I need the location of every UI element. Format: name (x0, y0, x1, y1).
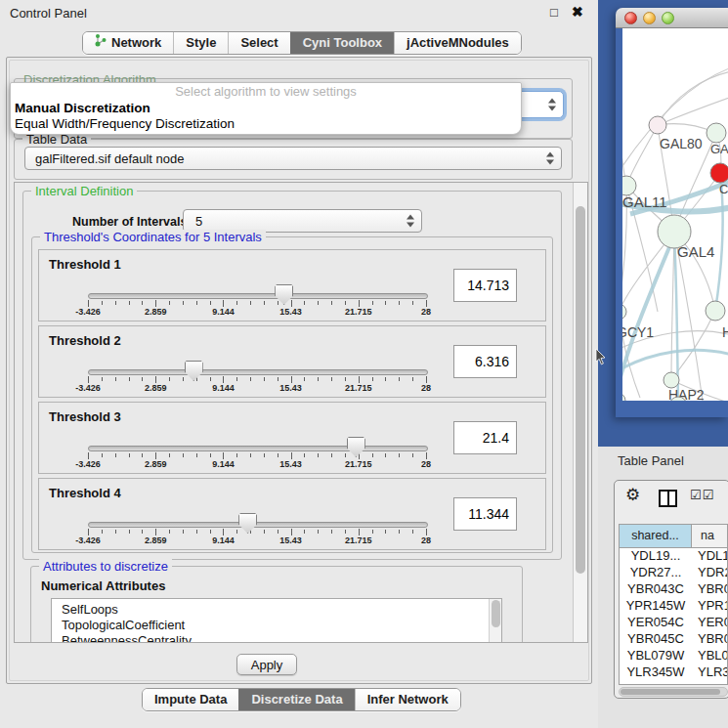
tick-mark (102, 301, 103, 305)
tab-infer-network[interactable]: Infer Network (355, 689, 460, 710)
numerical-attributes-label: Numerical Attributes (41, 578, 165, 593)
tab-label: Cyni Toolbox (303, 32, 382, 54)
table-row[interactable]: YPR145WYPR1 (620, 598, 727, 615)
tick-mark (196, 301, 197, 305)
tick-mark (142, 301, 143, 305)
network-graph[interactable]: GAL80GACGAL11GAL4GCY1HHAP2 (622, 28, 728, 401)
attribute-list-item[interactable]: SelfLoops (52, 602, 501, 618)
tick-mark (129, 377, 130, 381)
tick-mark (169, 301, 170, 305)
table-row[interactable]: YBL079WYBL0 (620, 648, 727, 664)
close-traffic-light-icon[interactable] (624, 12, 637, 24)
gear-icon[interactable]: ⚙ (625, 485, 640, 505)
table-row[interactable]: YDL19...YDL1 (620, 548, 727, 565)
slider-thumb[interactable] (185, 361, 203, 381)
apply-button[interactable]: Apply (236, 654, 297, 675)
attribute-list-item[interactable]: TopologicalCoefficient (52, 618, 501, 633)
scale-number: 9.144 (212, 535, 235, 545)
tick-mark (236, 530, 237, 534)
scrollbar-thumb[interactable] (576, 206, 585, 574)
slider-track[interactable] (88, 369, 428, 375)
tick-mark (345, 453, 346, 457)
threshold-value-field[interactable]: 11.344 (453, 497, 517, 531)
threshold-value-field[interactable]: 14.713 (453, 269, 517, 302)
network-node-hap2[interactable] (664, 372, 679, 388)
node-label-gal11: GAL11 (622, 193, 667, 210)
tab-network[interactable]: Network (83, 32, 173, 54)
network-node-h[interactable] (706, 301, 725, 321)
network-edge[interactable] (671, 232, 674, 380)
dropdown-option-equal-width-frequency[interactable]: Equal Width/Frequency Discretization (11, 116, 521, 132)
network-edge[interactable] (658, 71, 728, 125)
threshold-value-field[interactable]: 21.4 (453, 421, 517, 454)
cell-name: YIL0 (692, 681, 727, 685)
column-header-shared-name[interactable]: shared... (620, 525, 692, 547)
column-header-name[interactable]: na (692, 525, 727, 547)
table-row[interactable]: YBR045CYBR0 (620, 631, 727, 648)
table-row[interactable]: YBR043CYBR0 (620, 581, 727, 598)
slider-track[interactable] (88, 522, 428, 528)
numerical-attributes-list[interactable]: SelfLoopsTopologicalCoefficientBetweenne… (51, 598, 502, 643)
settings-vertical-scrollbar[interactable] (573, 183, 587, 642)
tab-style[interactable]: Style (173, 32, 228, 54)
dropdown-placeholder-option[interactable]: Select algorithm to view settings (11, 83, 521, 101)
tab-select[interactable]: Select (228, 32, 289, 54)
network-node-ga[interactable] (707, 123, 726, 143)
tab-impute-data[interactable]: Impute Data (143, 689, 238, 710)
tick-mark (278, 377, 278, 381)
split-columns-icon[interactable] (659, 490, 677, 507)
tick-mark (426, 452, 427, 459)
table-data-combobox-value: galFiltered.sif default node (35, 151, 184, 166)
slider-thumb[interactable] (347, 437, 365, 457)
tab-discretize-data[interactable]: Discretize Data (238, 689, 354, 710)
network-view-window[interactable]: GAL80GACGAL11GAL4GCY1HHAP2 (616, 8, 728, 417)
tick-mark (304, 530, 305, 534)
scale-number: 21.715 (345, 383, 372, 393)
attribute-list-item[interactable]: BetweennessCentrality (52, 633, 501, 643)
attributes-group: Attributes to discretize Numerical Attri… (30, 566, 523, 643)
network-canvas[interactable]: GAL80GACGAL11GAL4GCY1HHAP2 (622, 28, 728, 401)
slider-track[interactable] (88, 446, 428, 451)
network-node[interactable] (622, 393, 625, 401)
minimize-traffic-light-icon[interactable] (643, 12, 656, 24)
network-node-gal80[interactable] (649, 116, 666, 134)
network-window-titlebar[interactable] (616, 8, 728, 28)
float-window-icon[interactable]: □ (550, 5, 558, 20)
tick-mark (155, 376, 156, 383)
close-icon[interactable]: ✖ (572, 4, 583, 20)
tab-cyni-toolbox[interactable]: Cyni Toolbox (290, 32, 394, 54)
table-row[interactable]: YDR27...YDR2 (620, 565, 727, 581)
scrollbar-thumb[interactable] (621, 689, 720, 695)
select-columns-checkboxes-icon[interactable]: ☑☑ (690, 488, 714, 502)
table-row[interactable]: YER054CYER0 (620, 615, 727, 631)
table-row[interactable]: YLR345WYLR3 (620, 664, 727, 681)
table-horizontal-scrollbar[interactable] (619, 687, 728, 697)
network-edge[interactable] (622, 97, 626, 186)
tick-mark (318, 301, 319, 305)
tick-mark (278, 530, 278, 534)
tick-mark (304, 453, 305, 457)
tab-jactivemnodules[interactable]: jActiveMNodules (394, 32, 521, 54)
slider-thumb[interactable] (238, 513, 257, 534)
attributes-list-scrollbar[interactable] (489, 599, 501, 643)
network-node-gcy1[interactable] (622, 304, 626, 320)
table-data-combobox[interactable]: galFiltered.sif default node (24, 147, 562, 170)
network-edge[interactable] (622, 67, 728, 175)
table-row[interactable]: YIL052CYIL0 (620, 681, 727, 685)
tick-mark (359, 529, 360, 535)
scrollbar-thumb[interactable] (492, 600, 500, 627)
slider-track[interactable] (88, 293, 428, 299)
network-node-gal11[interactable] (622, 176, 636, 195)
zoom-traffic-light-icon[interactable] (662, 12, 674, 24)
slider-thumb[interactable] (275, 284, 293, 305)
tick-mark (236, 301, 237, 305)
dropdown-option-manual-discretization[interactable]: Manual Discretization (11, 101, 521, 116)
tick-mark (264, 453, 265, 457)
network-edge-highlighted[interactable] (622, 350, 728, 372)
network-edge[interactable] (658, 97, 728, 125)
tick-mark (115, 453, 116, 457)
table-body: YDL19...YDL1YDR27...YDR2YBR043CYBR0YPR14… (620, 548, 727, 685)
network-node-c[interactable] (710, 163, 728, 183)
cell-name: YPR1 (692, 598, 727, 615)
threshold-value-field[interactable]: 6.316 (453, 345, 517, 378)
